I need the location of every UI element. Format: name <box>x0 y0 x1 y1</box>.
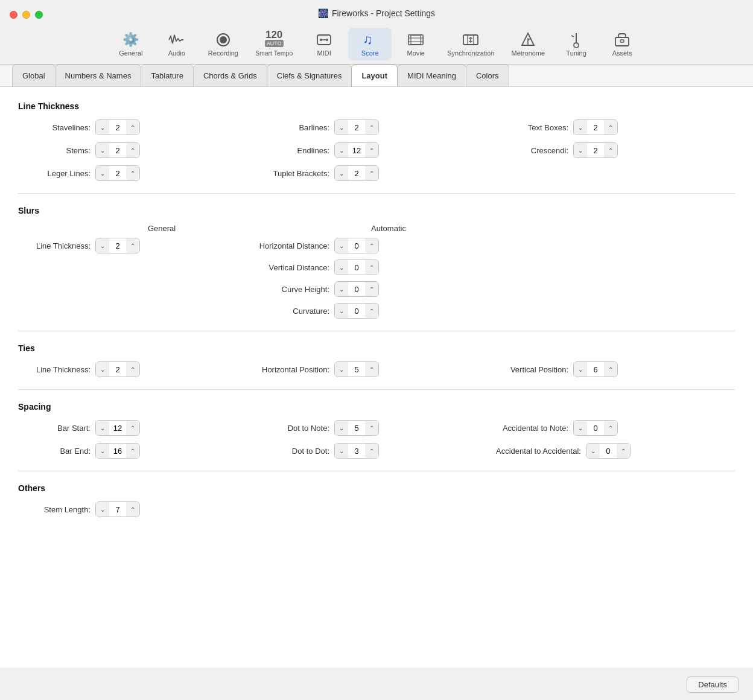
stepper-horizontal-distance[interactable]: ⌄ 0 ⌃ <box>334 238 379 253</box>
stepper-leger-lines[interactable]: ⌄ 2 ⌃ <box>95 165 140 181</box>
stepper-atn-up[interactable]: ⌃ <box>604 421 617 435</box>
stepper-endlines[interactable]: ⌄ 12 ⌃ <box>334 142 379 158</box>
stepper-curv-down[interactable]: ⌄ <box>335 304 348 318</box>
stepper-tlt-up[interactable]: ⌃ <box>126 362 139 377</box>
stepper-bs-up[interactable]: ⌃ <box>126 421 139 435</box>
stepper-dtd-up[interactable]: ⌃ <box>365 444 378 458</box>
stepper-tuplet-brackets-down[interactable]: ⌄ <box>335 166 348 180</box>
stepper-stavelines[interactable]: ⌄ 2 ⌃ <box>95 119 140 135</box>
stepper-ch-up[interactable]: ⌃ <box>365 282 378 296</box>
stepper-vp-up[interactable]: ⌃ <box>604 362 617 377</box>
toolbar-item-movie[interactable]: Movie <box>394 28 437 60</box>
tab-global[interactable]: Global <box>12 65 56 86</box>
stepper-vd-up[interactable]: ⌃ <box>365 260 378 275</box>
stepper-vertical-position[interactable]: ⌄ 6 ⌃ <box>573 361 618 377</box>
stepper-ata-up[interactable]: ⌃ <box>617 444 630 458</box>
stepper-hd-up[interactable]: ⌃ <box>365 238 378 253</box>
toolbar-item-smart-tempo[interactable]: 120 AUTO Smart Tempo <box>248 24 300 60</box>
stepper-accidental-to-note[interactable]: ⌄ 0 ⌃ <box>573 420 618 436</box>
stepper-bar-end[interactable]: ⌄ 16 ⌃ <box>95 443 140 459</box>
tab-clefs-signatures[interactable]: Clefs & Signatures <box>267 65 352 86</box>
toolbar-item-midi[interactable]: MIDI <box>302 28 346 60</box>
stepper-crescendi-down[interactable]: ⌄ <box>574 143 587 158</box>
tab-colors[interactable]: Colors <box>466 65 509 86</box>
stepper-stavelines-up[interactable]: ⌃ <box>126 120 139 135</box>
stepper-stavelines-down[interactable]: ⌄ <box>96 120 109 135</box>
toolbar-label-movie: Movie <box>407 49 425 57</box>
tab-midi-meaning[interactable]: MIDI Meaning <box>397 65 466 86</box>
toolbar-item-audio[interactable]: Audio <box>155 28 199 60</box>
stepper-sl-up[interactable]: ⌃ <box>126 502 139 517</box>
stepper-leger-lines-down[interactable]: ⌄ <box>96 166 109 180</box>
stepper-slurs-lt-down[interactable]: ⌄ <box>96 238 109 253</box>
stepper-hp-down[interactable]: ⌄ <box>335 362 348 377</box>
stepper-stem-length[interactable]: ⌄ 7 ⌃ <box>95 501 140 517</box>
stepper-horizontal-position[interactable]: ⌄ 5 ⌃ <box>334 361 379 377</box>
tab-tablature[interactable]: Tablature <box>141 65 193 86</box>
stepper-ties-line-thickness[interactable]: ⌄ 2 ⌃ <box>95 361 140 377</box>
stepper-sl-down[interactable]: ⌄ <box>96 502 109 517</box>
stepper-barlines-down[interactable]: ⌄ <box>335 120 348 135</box>
stepper-be-down[interactable]: ⌄ <box>96 444 109 458</box>
stepper-text-boxes[interactable]: ⌄ 2 ⌃ <box>573 119 618 135</box>
stepper-barlines-up[interactable]: ⌃ <box>365 120 378 135</box>
toolbar-item-tuning[interactable]: Tuning <box>554 28 598 60</box>
stepper-slurs-line-thickness[interactable]: ⌄ 2 ⌃ <box>95 238 140 253</box>
stepper-stems-up[interactable]: ⌃ <box>126 143 139 158</box>
stepper-dtn-down[interactable]: ⌄ <box>335 421 348 435</box>
stepper-crescendi-up[interactable]: ⌃ <box>604 143 617 158</box>
toolbar-item-metronome[interactable]: Metronome <box>504 28 553 60</box>
tab-layout[interactable]: Layout <box>351 65 398 86</box>
tab-numbers-names[interactable]: Numbers & Names <box>55 65 142 86</box>
stepper-ch-down[interactable]: ⌄ <box>335 282 348 296</box>
stepper-atn-down[interactable]: ⌄ <box>574 421 587 435</box>
stepper-hp-up[interactable]: ⌃ <box>365 362 378 377</box>
toolbar-item-general[interactable]: ⚙️ General <box>109 28 153 60</box>
score-icon: ♫ <box>361 31 378 48</box>
stepper-slurs-lt-up[interactable]: ⌃ <box>126 238 139 253</box>
stepper-ata-down[interactable]: ⌄ <box>586 444 600 458</box>
stepper-leger-lines-up[interactable]: ⌃ <box>126 166 139 180</box>
stepper-dot-to-dot[interactable]: ⌄ 3 ⌃ <box>334 443 379 459</box>
close-button[interactable] <box>10 11 17 19</box>
stepper-curv-up[interactable]: ⌃ <box>365 304 378 318</box>
toolbar-label-recording: Recording <box>208 49 238 57</box>
stepper-stavelines-value: 2 <box>109 123 126 132</box>
stepper-endlines-up[interactable]: ⌃ <box>365 143 378 158</box>
stepper-tuplet-brackets-up[interactable]: ⌃ <box>365 166 378 180</box>
stepper-bs-down[interactable]: ⌄ <box>96 421 109 435</box>
tab-chords-grids[interactable]: Chords & Grids <box>193 65 267 86</box>
stepper-tuplet-brackets[interactable]: ⌄ 2 ⌃ <box>334 165 379 181</box>
stepper-text-boxes-up[interactable]: ⌃ <box>604 120 617 135</box>
stepper-tlt-down[interactable]: ⌄ <box>96 362 109 377</box>
stepper-text-boxes-down[interactable]: ⌄ <box>574 120 587 135</box>
stepper-crescendi[interactable]: ⌄ 2 ⌃ <box>573 142 618 158</box>
stepper-dot-to-note[interactable]: ⌄ 5 ⌃ <box>334 420 379 436</box>
stepper-bar-start[interactable]: ⌄ 12 ⌃ <box>95 420 140 436</box>
defaults-button[interactable]: Defaults <box>687 676 739 693</box>
stepper-curve-height[interactable]: ⌄ 0 ⌃ <box>334 281 379 297</box>
stepper-stems-down[interactable]: ⌄ <box>96 143 109 158</box>
stepper-dtd-down[interactable]: ⌄ <box>335 444 348 458</box>
stepper-dtn-up[interactable]: ⌃ <box>365 421 378 435</box>
stepper-vd-down[interactable]: ⌄ <box>335 260 348 275</box>
stepper-endlines-down[interactable]: ⌄ <box>335 143 348 158</box>
toolbar-item-assets[interactable]: Assets <box>600 28 644 60</box>
stepper-ata-value: 0 <box>600 447 617 456</box>
stepper-barlines[interactable]: ⌄ 2 ⌃ <box>334 119 379 135</box>
minimize-button[interactable] <box>22 11 30 19</box>
stepper-curvature[interactable]: ⌄ 0 ⌃ <box>334 303 379 319</box>
toolbar-label-metronome: Metronome <box>512 49 545 57</box>
toolbar-item-recording[interactable]: Recording <box>201 28 246 60</box>
stepper-vertical-distance[interactable]: ⌄ 0 ⌃ <box>334 259 379 275</box>
maximize-button[interactable] <box>35 11 43 19</box>
stepper-stems[interactable]: ⌄ 2 ⌃ <box>95 142 140 158</box>
stepper-accidental-to-accidental[interactable]: ⌄ 0 ⌃ <box>586 443 631 459</box>
stepper-hd-down[interactable]: ⌄ <box>335 238 348 253</box>
stepper-tlt-value: 2 <box>109 365 126 374</box>
window-controls <box>10 11 43 19</box>
toolbar-item-score[interactable]: ♫ Score <box>348 28 392 60</box>
stepper-vp-down[interactable]: ⌄ <box>574 362 587 377</box>
toolbar-item-synchronization[interactable]: Synchronization <box>440 28 501 60</box>
stepper-be-up[interactable]: ⌃ <box>126 444 139 458</box>
